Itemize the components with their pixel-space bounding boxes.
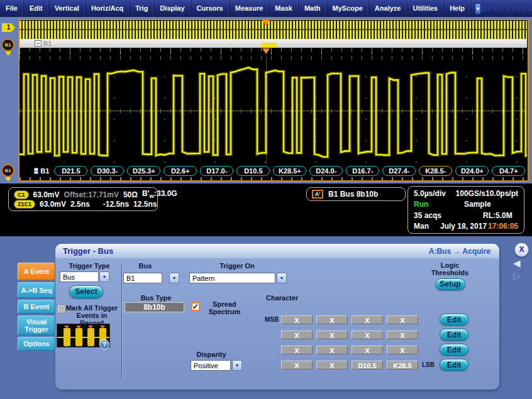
channel1-marker-badge[interactable]: 1 [2, 23, 15, 32]
zoom-time-scale: 2.5ns [70, 200, 90, 209]
trigger-position-marker[interactable] [262, 48, 270, 54]
msb-label: MSB [265, 316, 277, 323]
trigger-position-marker-overview[interactable] [262, 20, 270, 26]
menu-item-cursors[interactable]: Cursors [191, 0, 230, 17]
character-cell-button[interactable]: X [316, 315, 348, 324]
menu-item-help[interactable]: Help [444, 0, 471, 17]
acquisition-mode: Sample [454, 200, 518, 209]
horizontal-readout-box[interactable]: 5.0µs/div 100GS/s 10.0ps/pt Run Sample 3… [407, 186, 524, 234]
menu-item-measure[interactable]: Measure [230, 0, 270, 17]
character-row: XXXXEdit [265, 344, 468, 356]
zoom-scale: 63.0mV [40, 200, 66, 209]
bus-select[interactable]: B1 [123, 273, 162, 283]
menu-item-analyze[interactable]: Analyze [369, 0, 407, 17]
panel-close-button[interactable]: X [514, 243, 529, 257]
channel1-waveform [19, 56, 527, 164]
character-cell-button[interactable]: X [387, 315, 418, 324]
panel-breadcrumb: A:Bus → Acquire [429, 247, 490, 256]
character-cell-button[interactable]: X [352, 331, 383, 339]
bus-label: Bus [123, 262, 167, 270]
collapse-bus-icon[interactable]: − [35, 40, 42, 46]
tab-a-b-seq[interactable]: A->B Seq [18, 282, 55, 298]
tab-options[interactable]: Options [18, 337, 55, 351]
c1-impedance: 50Ω [123, 190, 138, 199]
bus-value-bubble: D27.4- [382, 166, 416, 176]
trigger-on-select[interactable]: Pattern [189, 273, 275, 283]
zoom-start: -12.5ns [103, 200, 129, 209]
menu-item-myscope[interactable]: MyScope [327, 0, 369, 17]
menu-overflow-dropdown-button[interactable]: ▼ [475, 3, 481, 14]
panel-nav-back-icon[interactable]: ◀ [513, 259, 521, 268]
character-cell-button[interactable]: X [316, 331, 348, 339]
character-cell-button[interactable]: X [281, 346, 313, 354]
bottom-tick-ruler [19, 177, 527, 180]
panel-nav-forward-icon[interactable]: ▷ [513, 271, 521, 280]
character-cell-button[interactable]: X [387, 331, 418, 339]
select-button[interactable]: Select [69, 285, 103, 298]
trigger-type-select[interactable]: Bus [60, 271, 99, 282]
character-label: Character [266, 294, 304, 302]
bus1-marker-badge-bottom[interactable]: B1 [1, 164, 14, 177]
character-cell-button[interactable]: X [316, 361, 348, 369]
character-cell-button[interactable]: X [281, 361, 313, 369]
trigger-tabs: A EventA->B SeqB EventVisual TriggerOpti… [18, 236, 55, 399]
menu-item-file[interactable]: File [0, 0, 24, 17]
character-cell-button[interactable]: X [281, 315, 313, 324]
edit-button[interactable]: Edit [440, 359, 468, 371]
trigger-source-label: B1 Bus 8b10b [328, 190, 378, 199]
c1-badge: C1 [14, 190, 29, 199]
oscilloscope-application: FileEditVerticalHoriz/AcqTrigDisplayCurs… [0, 0, 532, 399]
menu-item-edit[interactable]: Edit [24, 0, 49, 17]
bus-decoded-values: D21.5D30.3-D25.3+D2.6+D17.0-D10.5K28.5+D… [54, 166, 527, 176]
readout-band: C1 63.0mV Offset:17.71mV 50Ω B'W:33.0G Z… [0, 183, 532, 236]
logic-thresholds-setup-button[interactable]: Setup [435, 278, 465, 290]
bus1-marker-pointer-top [5, 52, 11, 56]
bus-value-bubble: D10.5 [236, 166, 270, 176]
menu-item-display[interactable]: Display [154, 0, 191, 17]
spread-spectrum-checkbox[interactable]: ✓ [191, 302, 200, 311]
sample-resolution: 10.0ps/pt [485, 189, 518, 198]
trigger-mode: Man [414, 222, 440, 231]
menu-item-vertical[interactable]: Vertical [49, 0, 86, 17]
trigger-on-label: Trigger On [189, 262, 285, 270]
character-cell-button[interactable]: X [352, 315, 383, 324]
menu-item-trig[interactable]: Trig [130, 0, 154, 17]
bus-value-bubble: K28.5+ [273, 166, 306, 176]
bus-value-bubble: D24.0+ [455, 166, 489, 176]
character-row: MSBXXXXEdit [265, 314, 468, 325]
tab-b-event[interactable]: B Event [18, 300, 55, 314]
bus-value-bubble: D21.5 [54, 166, 87, 176]
character-cell-button[interactable]: K28.5 [387, 361, 418, 369]
trigger-type-dropdown-icon[interactable]: ▼ [99, 271, 109, 282]
channel-readout-box[interactable]: C1 63.0mV Offset:17.71mV 50Ω B'W:33.0G Z… [8, 187, 158, 211]
help-icon[interactable]: ? [99, 339, 109, 349]
bus1-marker-badge-top[interactable]: B1 [1, 38, 14, 52]
tab-a-event[interactable]: A Event [18, 263, 55, 280]
tab-visual-trigger[interactable]: Visual Trigger [18, 315, 55, 335]
disparity-dropdown-icon[interactable]: ▼ [232, 360, 242, 371]
character-cell-button[interactable]: X [387, 346, 418, 354]
edit-button[interactable]: Edit [440, 329, 468, 341]
character-cell-button[interactable]: D10.5 [352, 361, 383, 369]
trigger-source-readout-box[interactable]: A' B1 Bus 8b10b [306, 187, 406, 201]
sample-rate: 100GS/s [456, 189, 485, 198]
edit-button[interactable]: Edit [440, 344, 468, 356]
collapse-bus-track-icon[interactable]: − [34, 168, 38, 174]
bus-strip-highlight [262, 43, 277, 47]
edit-button[interactable]: Edit [440, 314, 468, 325]
character-cell-button[interactable]: X [352, 346, 383, 354]
disparity-select[interactable]: Positive [191, 360, 231, 371]
spread-spectrum-label: Spread Spectrum [202, 300, 247, 315]
date-display: July 18, 2017 [440, 222, 488, 231]
menu-bar: FileEditVerticalHoriz/AcqTrigDisplayCurs… [0, 0, 532, 17]
character-cell-button[interactable]: X [316, 346, 348, 354]
main-graticule [19, 56, 527, 164]
menu-item-horiz-acq[interactable]: Horiz/Acq [86, 0, 130, 17]
bus-dropdown-icon[interactable]: ▼ [169, 273, 179, 283]
character-cell-button[interactable]: X [281, 331, 313, 339]
menu-item-math[interactable]: Math [299, 0, 327, 17]
menu-item-mask[interactable]: Mask [269, 0, 299, 17]
trigger-on-dropdown-icon[interactable]: ▼ [277, 273, 287, 283]
menu-item-utilities[interactable]: Utilities [407, 0, 444, 17]
lsb-label: LSB [422, 361, 436, 368]
